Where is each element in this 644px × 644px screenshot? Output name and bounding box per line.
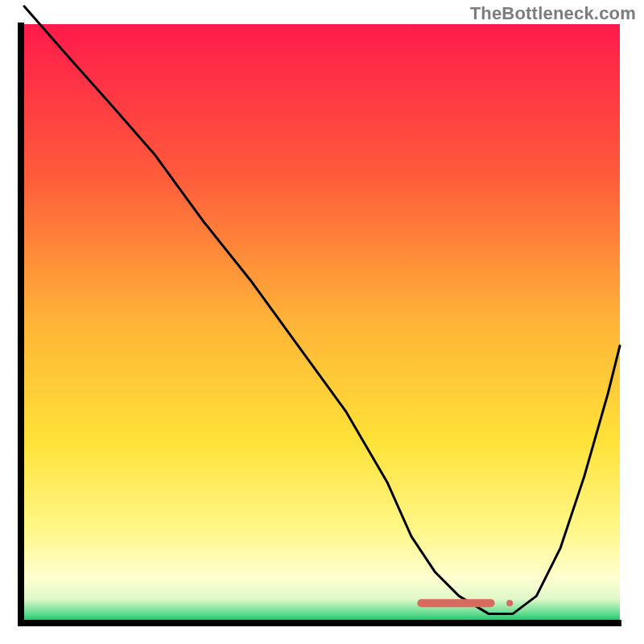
- plot-background: [24, 24, 620, 620]
- watermark-text: TheBottleneck.com: [470, 3, 636, 24]
- x-axis: [18, 620, 621, 626]
- optimal-point-marker: [506, 600, 513, 606]
- optimal-range-marker: [417, 599, 494, 607]
- bottleneck-chart: [0, 0, 644, 644]
- y-axis: [18, 23, 24, 626]
- chart-stage: TheBottleneck.com: [0, 0, 644, 644]
